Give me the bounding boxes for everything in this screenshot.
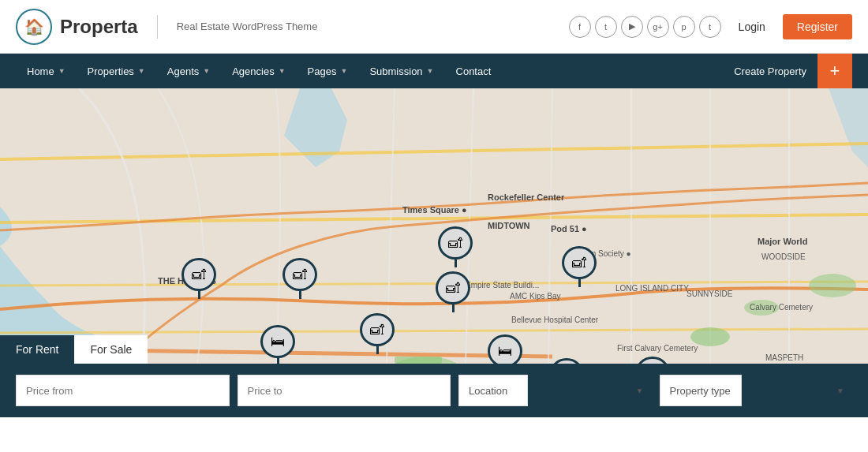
google-icon[interactable]: g+ <box>647 16 669 38</box>
logo-divider <box>157 15 158 39</box>
svg-point-11 <box>809 274 856 297</box>
pinterest-icon[interactable]: p <box>673 16 695 38</box>
navbar: Home ▼ Properties ▼ Agents ▼ Agencies ▼ … <box>0 54 868 88</box>
register-button[interactable]: Register <box>783 14 852 39</box>
map-pin-9[interactable]: 🛋 <box>562 246 597 287</box>
svg-point-10 <box>744 300 779 316</box>
nav-pages-arrow: ▼ <box>340 67 347 75</box>
nav-contact[interactable]: Contact <box>445 54 503 88</box>
youtube-icon[interactable]: ▶ <box>621 16 643 38</box>
map-pin-5[interactable]: 🛋 <box>360 313 395 354</box>
tab-for-sale[interactable]: For Sale <box>74 335 148 364</box>
nav-pages[interactable]: Pages ▼ <box>297 54 359 88</box>
map-pin-7[interactable]: 🛋 <box>436 271 470 312</box>
price-from-input[interactable] <box>16 375 230 406</box>
tagline: Real Estate WordPress Theme <box>177 21 318 32</box>
svg-rect-0 <box>0 88 868 364</box>
tumblr-icon[interactable]: t <box>699 16 721 38</box>
map-pin-10[interactable]: 🛏 <box>549 358 584 364</box>
location-select-arrow: ▼ <box>636 387 644 395</box>
map-container[interactable]: Times Square ● Rockefeller Center MIDTOW… <box>0 88 868 364</box>
facebook-icon[interactable]: f <box>569 16 591 38</box>
nav-home[interactable]: Home ▼ <box>16 54 77 88</box>
map-pin-8[interactable]: 🛏 <box>488 334 522 364</box>
property-type-select-arrow: ▼ <box>836 387 844 395</box>
nav-submission-arrow: ▼ <box>427 67 434 75</box>
property-type-select[interactable]: Property type House Apartment Condo <box>660 375 742 406</box>
nav-agents-arrow: ▼ <box>203 67 210 75</box>
map-pin-1[interactable]: 🛋 <box>181 258 216 299</box>
map-pin-6[interactable]: 🛋 <box>438 226 473 267</box>
search-bar: Location New York Brooklyn Manhattan ▼ P… <box>0 364 868 417</box>
nav-submission[interactable]: Submission ▼ <box>358 54 444 88</box>
property-type-select-wrapper: Property type House Apartment Condo ▼ <box>660 375 853 406</box>
price-to-input[interactable] <box>238 375 451 406</box>
location-select[interactable]: Location New York Brooklyn Manhattan <box>458 375 528 406</box>
map-pin-3[interactable]: 🛏 <box>260 325 295 364</box>
svg-point-9 <box>690 327 730 346</box>
nav-properties-arrow: ▼ <box>138 67 145 75</box>
map-background <box>0 88 868 364</box>
create-property-button[interactable]: Create Property <box>723 54 817 88</box>
tabs-row: For Rent For Sale <box>0 335 148 364</box>
social-icons: f t ▶ g+ p t <box>569 16 721 38</box>
location-select-wrapper: Location New York Brooklyn Manhattan ▼ <box>458 375 652 406</box>
nav-agencies[interactable]: Agencies ▼ <box>221 54 296 88</box>
header: 🏠 Properta Real Estate WordPress Theme f… <box>0 0 868 54</box>
header-right: f t ▶ g+ p t Login Register <box>569 14 852 39</box>
tab-for-rent[interactable]: For Rent <box>0 335 74 364</box>
logo-icon: 🏠 <box>16 9 52 45</box>
nav-agents[interactable]: Agents ▼ <box>156 54 221 88</box>
nav-agencies-arrow: ▼ <box>279 67 286 75</box>
nav-home-arrow: ▼ <box>58 67 65 75</box>
map-pin-2[interactable]: 🛋 <box>282 258 317 299</box>
logo-area: 🏠 Properta Real Estate WordPress Theme <box>16 9 317 45</box>
logo-text: Properta <box>60 16 138 38</box>
nav-properties[interactable]: Properties ▼ <box>77 54 156 88</box>
plus-button[interactable]: + <box>817 54 852 88</box>
map-pin-11[interactable]: 🛋 <box>635 357 670 364</box>
login-button[interactable]: Login <box>731 16 773 38</box>
twitter-icon[interactable]: t <box>595 16 617 38</box>
